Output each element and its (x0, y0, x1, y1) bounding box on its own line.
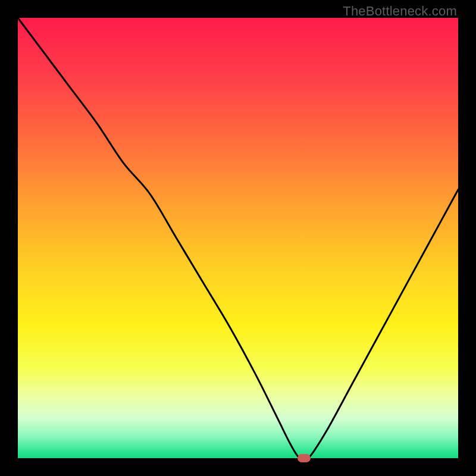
watermark-text: TheBottleneck.com (343, 4, 457, 19)
optimal-marker (298, 454, 311, 462)
bottleneck-curve (18, 18, 458, 458)
plot-area (18, 18, 458, 458)
chart-frame: TheBottleneck.com (0, 0, 476, 476)
